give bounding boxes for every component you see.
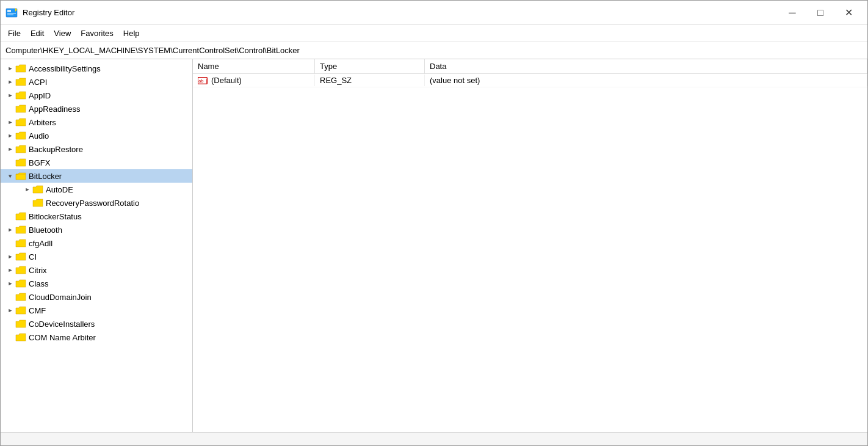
expand-arrow-class: ► [5,279,15,288]
menu-edit[interactable]: Edit [26,27,49,39]
folder-icon-bitlockerstatus [15,212,26,221]
tree-item-codeviceinstallers[interactable]: ► CoDeviceInstallers [1,317,192,331]
maximize-button[interactable]: □ [806,3,834,23]
folder-icon-acpi [15,78,26,86]
tree-item-cfgadll[interactable]: ► cfgAdll [1,236,192,250]
menu-help[interactable]: Help [118,27,145,39]
tree-label-clouddomainjoin: CloudDomainJoin [29,293,92,302]
folder-icon-appid [15,91,26,100]
expand-arrow-audio: ► [5,131,15,141]
expand-arrow-autode: ► [23,185,32,194]
folder-icon-comnamearbiter [15,333,26,342]
tree-label-appid: AppID [29,91,51,100]
col-header-type[interactable]: Type [315,59,425,73]
folder-icon-class [15,279,26,288]
tree-label-bitlocker: BitLocker [29,172,62,181]
expand-arrow-bitlocker: ► [5,172,15,181]
tree-item-cmf[interactable]: ► CMF [1,304,192,317]
tree-item-bitlocker[interactable]: ► BitLocker [1,169,192,183]
tree-item-accessibility[interactable]: ► AccessibilitySettings [1,62,192,75]
folder-icon-citrix [15,266,26,274]
menu-file[interactable]: File [3,27,26,39]
folder-icon-recoverypassword [32,199,43,207]
svg-rect-2 [7,13,16,14]
expand-arrow-backuprestore: ► [5,144,15,154]
svg-text:|: | [206,78,208,83]
ab-icon: ab | [198,76,209,85]
menu-bar: File Edit View Favorites Help [1,25,867,42]
folder-icon-autode [32,185,43,194]
tree-label-appreadiness: AppReadiness [29,104,81,114]
svg-rect-3 [7,14,13,15]
folder-icon-bitlocker [15,172,26,180]
title-bar: Registry Editor ─ □ ✕ [1,1,867,25]
folder-icon-bgfx [15,158,26,167]
tree-item-comnamearbiter[interactable]: ► COM Name Arbiter [1,331,192,344]
expand-arrow-ci: ► [5,252,15,261]
folder-icon-ci [15,252,26,261]
folder-icon-arbiters [15,118,26,126]
folder-icon-clouddomainjoin [15,293,26,301]
tree-item-backuprestore[interactable]: ► BackupRestore [1,142,192,156]
expand-arrow-citrix: ► [5,265,15,275]
cell-type-default: REG_SZ [315,75,425,86]
window-title: Registry Editor [23,8,778,17]
tree-label-bgfx: BGFX [29,158,50,167]
tree-item-bluetooth[interactable]: ► Bluetooth [1,223,192,236]
tree-item-clouddomainjoin[interactable]: ► CloudDomainJoin [1,290,192,304]
tree-label-acpi: ACPI [29,78,47,87]
tree-item-appreadiness[interactable]: ► AppReadiness [1,102,192,115]
menu-favorites[interactable]: Favorites [76,27,118,39]
folder-icon-backuprestore [15,145,26,153]
status-bar [1,432,867,445]
tree-item-arbiters[interactable]: ► Arbiters [1,115,192,129]
detail-panel: Name Type Data ab | [193,59,867,432]
tree-label-autode: AutoDE [46,185,73,194]
tree-label-backuprestore: BackupRestore [29,145,83,154]
folder-icon-cmf [15,306,26,315]
col-header-name[interactable]: Name [193,59,315,73]
tree-item-audio[interactable]: ► Audio [1,129,192,142]
address-path[interactable]: Computer\HKEY_LOCAL_MACHINE\SYSTEM\Curre… [5,46,300,55]
address-bar: Computer\HKEY_LOCAL_MACHINE\SYSTEM\Curre… [1,42,867,59]
window-controls: ─ □ ✕ [778,3,863,23]
expand-arrow-appid: ► [5,90,15,100]
folder-icon-codeviceinstallers [15,320,26,328]
tree-item-class[interactable]: ► Class [1,277,192,290]
tree-label-cmf: CMF [29,306,46,315]
folder-icon-accessibility [15,64,26,73]
tree-item-bgfx[interactable]: ► BGFX [1,156,192,169]
expand-arrow-arbiters: ► [5,117,15,127]
tree-panel[interactable]: ► AccessibilitySettings ► ACPI ► [1,59,193,432]
folder-icon-cfgadll [15,239,26,247]
menu-view[interactable]: View [49,27,76,39]
folder-icon-appreadiness [15,104,26,113]
close-button[interactable]: ✕ [834,3,863,23]
col-header-data[interactable]: Data [425,59,867,73]
tree-item-bitlockerstatus[interactable]: ► BitlockerStatus [1,210,192,223]
tree-item-ci[interactable]: ► CI [1,250,192,263]
detail-row-default[interactable]: ab | (Default) REG_SZ (value not set) [193,74,867,87]
expand-arrow-accessibility: ► [5,64,15,73]
tree-label-recoverypassword: RecoveryPasswordRotatio [46,199,139,208]
tree-label-ci: CI [29,252,37,261]
expand-arrow-cmf: ► [5,305,15,315]
folder-icon-bluetooth [15,225,26,234]
tree-item-appid[interactable]: ► AppID [1,89,192,102]
tree-item-acpi[interactable]: ► ACPI [1,75,192,89]
cell-name-default: ab | (Default) [193,75,315,86]
tree-item-recoverypassword[interactable]: ► RecoveryPasswordRotatio [1,196,192,210]
tree-label-bitlockerstatus: BitlockerStatus [29,212,82,221]
tree-label-audio: Audio [29,131,49,141]
main-content: ► AccessibilitySettings ► ACPI ► [1,59,867,432]
tree-label-bluetooth: Bluetooth [29,225,62,235]
tree-item-autode[interactable]: ► AutoDE [1,183,192,196]
tree-item-citrix[interactable]: ► Citrix [1,263,192,277]
expand-arrow-bluetooth: ► [5,225,15,235]
registry-editor-window: Registry Editor ─ □ ✕ File Edit View Fav… [0,0,868,446]
detail-header: Name Type Data [193,59,867,74]
tree-label-class: Class [29,279,49,288]
folder-icon-audio [15,131,26,140]
minimize-button[interactable]: ─ [778,3,806,23]
expand-arrow-acpi: ► [5,77,15,87]
